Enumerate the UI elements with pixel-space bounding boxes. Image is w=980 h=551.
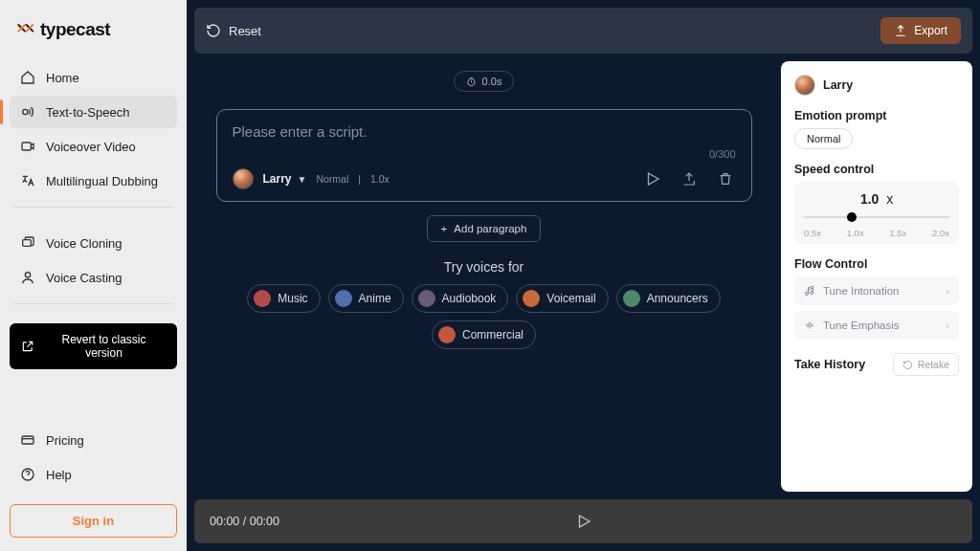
voice-chip-anime[interactable]: Anime	[328, 284, 404, 313]
flow-label: Flow Control	[794, 257, 959, 271]
upload-icon	[894, 24, 907, 37]
chevron-right-icon: ›	[946, 285, 949, 297]
nav-separator	[13, 207, 173, 208]
try-voices-heading: Try voices for	[444, 259, 524, 275]
primary-nav: Home Text-to-Speech Voiceover Video Mult…	[10, 61, 177, 197]
chip-label: Commercial	[462, 328, 523, 342]
chip-label: Music	[278, 292, 307, 305]
emotion-pill[interactable]: Normal	[794, 128, 853, 149]
play-button[interactable]	[642, 168, 663, 189]
flow-item-label: Tune Intonation	[823, 285, 900, 297]
voice-name[interactable]: Larry	[263, 172, 292, 186]
undo-icon	[206, 23, 221, 38]
duration-value: 0.0s	[482, 76, 502, 87]
nav-label: Help	[46, 468, 72, 482]
nav-pricing[interactable]: Pricing	[10, 424, 177, 456]
nav-text-to-speech[interactable]: Text-to-Speech	[10, 96, 177, 128]
nav-label: Pricing	[46, 433, 84, 448]
chip-avatar	[335, 290, 352, 307]
nav-voice-casting[interactable]: Voice Casting	[10, 261, 177, 294]
main: Reset Export 0.0s Please enter a script.…	[187, 0, 980, 551]
flow-item-tune-emphasis[interactable]: Tune Emphasis›	[794, 311, 959, 340]
export-label: Export	[914, 24, 947, 37]
editor-area: 0.0s Please enter a script. 0/300 Larry …	[194, 61, 773, 492]
speed-box: 1.0 x 0.5x1.0x1.5x2.0x	[794, 182, 959, 244]
panel-header: Larry	[794, 75, 959, 96]
retake-button[interactable]: Retake	[893, 353, 959, 376]
svg-point-0	[23, 109, 28, 114]
nav-help[interactable]: Help	[10, 458, 177, 491]
nav-label: Text-to-Speech	[46, 105, 129, 120]
speed-section: Speed control 1.0 x 0.5x1.0x1.5x2.0x	[794, 163, 959, 244]
voice-chip-announcers[interactable]: Announcers	[616, 284, 721, 313]
translate-icon	[19, 172, 36, 189]
reset-button[interactable]: Reset	[206, 23, 261, 38]
voice-avatar	[233, 168, 254, 189]
svg-point-9	[811, 292, 813, 295]
player-bar: 00:00 / 00:00	[194, 499, 972, 543]
export-button[interactable]: Export	[880, 17, 961, 44]
emotion-section: Emotion prompt Normal	[794, 109, 959, 149]
chip-avatar	[418, 290, 435, 307]
chip-label: Announcers	[647, 292, 708, 305]
sidebar: typecast Home Text-to-Speech Voiceover V…	[0, 0, 187, 551]
char-count: 0/300	[709, 148, 736, 160]
chevron-right-icon: ›	[946, 320, 949, 331]
chip-avatar	[523, 290, 540, 307]
script-card[interactable]: Please enter a script. 0/300 Larry ▼ Nor…	[216, 109, 752, 202]
flow-section: Flow Control Tune Intonation›Tune Emphas…	[794, 257, 959, 340]
nav-separator	[13, 303, 173, 304]
voice-chip-voicemail[interactable]: Voicemail	[516, 284, 608, 313]
chevron-down-icon[interactable]: ▼	[298, 174, 307, 185]
add-paragraph-button[interactable]: + Add paragraph	[427, 215, 542, 242]
speed-slider[interactable]	[804, 210, 949, 224]
svg-rect-1	[22, 143, 31, 150]
voice-chip-commercial[interactable]: Commercial	[432, 320, 536, 349]
nav-voice-cloning[interactable]: Voice Cloning	[10, 227, 177, 259]
svg-point-3	[25, 273, 30, 277]
nav-label: Voiceover Video	[46, 140, 136, 154]
chip-label: Audiobook	[442, 292, 497, 305]
speed-ticks: 0.5x1.0x1.5x2.0x	[804, 228, 949, 238]
voice-chip-music[interactable]: Music	[247, 284, 320, 313]
voice-avatar	[794, 75, 815, 96]
revert-label: Revert to classic version	[42, 333, 166, 360]
flow-item-icon	[804, 285, 815, 297]
chip-label: Voicemail	[546, 292, 595, 305]
flow-item-icon	[804, 320, 815, 331]
delete-button[interactable]	[715, 168, 736, 189]
voice-emotion: Normal	[316, 173, 348, 185]
revert-button[interactable]: Revert to classic version	[10, 323, 177, 369]
logo[interactable]: typecast	[10, 15, 177, 52]
voice-selector-row: Larry ▼ Normal | 1.0x	[233, 168, 736, 189]
nav-label: Voice Casting	[46, 271, 122, 285]
flow-item-tune-intonation[interactable]: Tune Intonation›	[794, 276, 959, 305]
secondary-nav: Voice Cloning Voice Casting	[10, 227, 177, 294]
chip-label: Anime	[359, 292, 391, 305]
nav-multilingual-dubbing[interactable]: Multilingual Dubbing	[10, 165, 177, 197]
duration-pill[interactable]: 0.0s	[454, 71, 515, 92]
flow-item-label: Tune Emphasis	[823, 320, 899, 331]
player-play-button[interactable]	[575, 513, 592, 530]
speed-value-display: 1.0 x	[804, 191, 949, 207]
take-history-section: Take History Retake	[794, 353, 959, 376]
clone-icon	[19, 234, 36, 252]
nav-voiceover-video[interactable]: Voiceover Video	[10, 130, 177, 163]
slider-thumb[interactable]	[847, 212, 857, 222]
clock-icon	[466, 77, 477, 87]
nav-label: Multilingual Dubbing	[46, 174, 158, 188]
share-button[interactable]	[679, 168, 700, 189]
voice-chip-audiobook[interactable]: Audiobook	[412, 284, 509, 313]
nav-home[interactable]: Home	[10, 61, 177, 94]
speed-tick: 2.0x	[932, 228, 949, 238]
speed-tick: 1.5x	[889, 228, 906, 238]
refresh-icon	[902, 360, 913, 370]
voice-chip-row: MusicAnimeAudiobookVoicemailAnnouncersCo…	[194, 284, 773, 349]
emotion-label: Emotion prompt	[794, 109, 959, 122]
chip-avatar	[623, 290, 640, 307]
add-paragraph-label: Add paragraph	[454, 223, 526, 234]
signin-button[interactable]: Sign in	[10, 504, 177, 538]
reset-label: Reset	[229, 24, 261, 38]
voice-speed: 1.0x	[370, 173, 390, 185]
speed-tick: 0.5x	[804, 228, 821, 238]
